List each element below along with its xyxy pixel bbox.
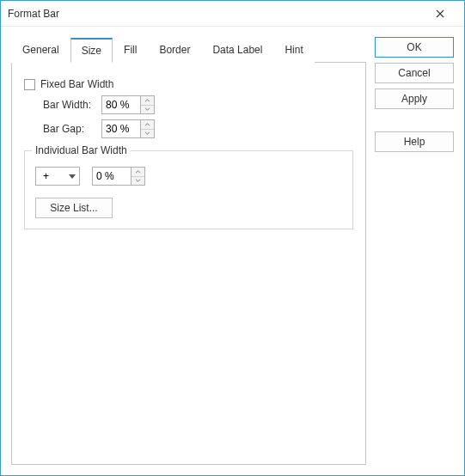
individual-selector-dropdown[interactable]: + — [35, 167, 80, 186]
bar-width-spinner — [101, 95, 155, 114]
bar-width-label: Bar Width: — [43, 99, 101, 111]
bar-width-input[interactable] — [101, 95, 141, 114]
titlebar: Format Bar — [1, 1, 464, 27]
tab-border[interactable]: Border — [148, 38, 201, 63]
tab-panel-size: Fixed Bar Width Bar Width: Bar Gap: — [11, 62, 366, 465]
svg-marker-0 — [69, 174, 76, 179]
bar-gap-label: Bar Gap: — [43, 123, 101, 135]
ok-button[interactable]: OK — [375, 37, 454, 58]
tab-fill-label: Fill — [124, 44, 137, 56]
apply-button[interactable]: Apply — [375, 88, 454, 109]
tab-size[interactable]: Size — [70, 38, 113, 63]
tab-hint[interactable]: Hint — [273, 38, 314, 63]
bar-gap-spin-up[interactable] — [141, 120, 154, 130]
window-title: Format Bar — [8, 8, 59, 20]
chevron-up-icon — [144, 123, 150, 126]
size-list-label: Size List... — [50, 202, 97, 214]
tab-hint-label: Hint — [285, 44, 303, 56]
fixed-bar-width-label: Fixed Bar Width — [40, 78, 113, 90]
individual-selector-value: + — [43, 170, 49, 182]
ok-label: OK — [407, 41, 421, 53]
individual-value-spinner — [92, 167, 145, 186]
cancel-label: Cancel — [398, 67, 430, 79]
chevron-down-icon — [144, 131, 150, 135]
help-button[interactable]: Help — [375, 131, 454, 152]
close-icon — [436, 9, 444, 18]
tab-data-label-label: Data Label — [212, 44, 262, 56]
individual-spin-up[interactable] — [132, 168, 144, 177]
bar-gap-spin-down[interactable] — [141, 130, 154, 138]
format-bar-dialog: Format Bar General Size Fill Border Data… — [0, 0, 465, 476]
bar-width-spin-down[interactable] — [141, 106, 154, 114]
chevron-down-icon — [144, 107, 150, 111]
close-button[interactable] — [423, 2, 457, 26]
tab-border-label: Border — [159, 44, 190, 56]
help-label: Help — [404, 136, 425, 148]
tab-general-label: General — [22, 44, 59, 56]
bar-gap-spinner — [101, 119, 155, 138]
chevron-down-icon — [69, 174, 76, 179]
individual-bar-width-group: Individual Bar Width + — [24, 150, 353, 229]
chevron-up-icon — [135, 170, 141, 174]
tab-fill[interactable]: Fill — [113, 38, 148, 63]
individual-value-input[interactable] — [92, 167, 132, 186]
cancel-button[interactable]: Cancel — [375, 63, 454, 83]
tab-size-label: Size — [82, 45, 101, 57]
tab-strip: General Size Fill Border Data Label Hint — [11, 37, 366, 62]
apply-label: Apply — [401, 93, 427, 105]
chevron-up-icon — [144, 99, 150, 102]
tab-general[interactable]: General — [11, 38, 70, 63]
fixed-bar-width-checkbox[interactable] — [24, 79, 35, 90]
bar-width-spin-up[interactable] — [141, 96, 154, 106]
size-list-button[interactable]: Size List... — [35, 198, 113, 218]
bar-gap-input[interactable] — [101, 119, 141, 138]
tab-data-label[interactable]: Data Label — [201, 38, 273, 63]
individual-spin-down[interactable] — [132, 177, 144, 186]
chevron-down-icon — [135, 179, 141, 182]
individual-bar-width-legend: Individual Bar Width — [32, 144, 131, 156]
